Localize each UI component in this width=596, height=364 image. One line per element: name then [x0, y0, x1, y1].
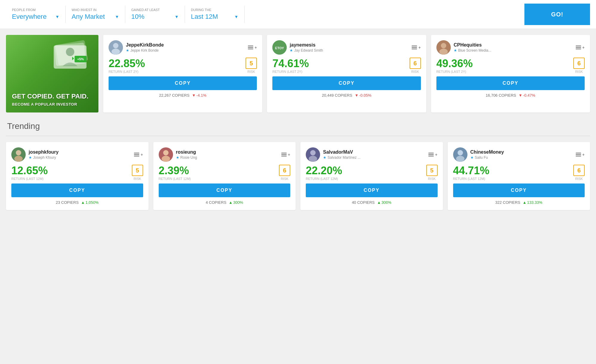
filter-invest[interactable]: WHO INVEST IN Any Market ▼ — [66, 6, 125, 23]
arrow-down-icon-cph: ▼ — [518, 93, 522, 98]
people-value: Everywhere — [12, 13, 47, 21]
trader-info-cph: CPHequities ★ Blue Screen Media... — [454, 42, 573, 53]
copiers-change-rosie: ▲ 300% — [229, 200, 243, 205]
copiers-change-joseph: ▲ 1,050% — [81, 200, 99, 205]
copiers-change-jeppe: ▼ -4.1% — [192, 93, 206, 98]
arrow-up-icon-chinese: ▲ — [523, 200, 526, 205]
avatar-salvador — [306, 147, 320, 162]
trending-title: Trending — [6, 121, 590, 131]
plus-icon-salvador: + — [435, 152, 437, 157]
promo-illustration: +5% — [39, 39, 92, 84]
avatar-jeppe — [109, 40, 123, 55]
risk-box-salvador: 5 RISK — [426, 165, 438, 181]
trader-username-salvador: SalvadorMaV — [323, 149, 425, 155]
return-pct-joseph: 12.65% — [11, 165, 48, 176]
svg-point-23 — [309, 156, 317, 162]
avatar-cph — [436, 40, 451, 55]
return-pct-rosie: 2.39% — [159, 165, 191, 176]
copy-button-jay[interactable]: COPY — [272, 76, 421, 90]
arrow-up-icon-salvador: ▲ — [377, 200, 381, 205]
trader-realname-rosie: ★ Rosie Ung — [176, 155, 278, 160]
copiers-change-salvador: ▲ 300% — [377, 200, 391, 205]
filter-bar: PEOPLE FROM Everywhere ▼ WHO INVEST IN A… — [0, 0, 596, 29]
risk-box-rosie: 6 RISK — [279, 165, 290, 181]
filter-during[interactable]: DURING THE Last 12M ▼ — [185, 6, 245, 23]
copiers-row-salvador: 40 COPIERS ▲ 300% — [306, 200, 438, 205]
trader-header-jay: ETOY jaynemesis ★ Jay Edward Smith — [272, 40, 421, 55]
copiers-row-cph: 16,706 COPIERS ▼ -0.47% — [436, 93, 585, 98]
trader-info-salvador: SalvadorMaV ★ Salvador Martínez ... — [323, 149, 425, 160]
copiers-change-jay: ▼ -0.05% — [355, 93, 371, 98]
trending-row: josephkfoury ★ Joseph Kfoury + — [6, 142, 590, 210]
during-label: DURING THE — [191, 8, 238, 12]
trader-realname-cph: ★ Blue Screen Media... — [454, 48, 573, 53]
return-label-jay: RETURN (LAST 2Y) — [272, 70, 309, 73]
svg-point-22 — [310, 150, 316, 155]
risk-box-jay: 6 RISK — [410, 58, 421, 73]
risk-label-jay: RISK — [411, 70, 419, 73]
chevron-down-icon: ▼ — [115, 14, 119, 19]
copy-button-salvador[interactable]: COPY — [306, 183, 438, 197]
svg-point-13 — [441, 43, 446, 48]
filter-people[interactable]: PEOPLE FROM Everywhere ▼ — [6, 6, 66, 23]
trader-username-joseph: josephkfoury — [29, 149, 131, 155]
arrow-down-icon-jay: ▼ — [355, 93, 359, 98]
svg-point-20 — [162, 156, 170, 162]
during-value: Last 12M — [191, 13, 218, 21]
filter-gained[interactable]: GAINED AT LEAST 10% ▼ — [125, 6, 185, 23]
trader-username-jeppe: JeppeKirkBonde — [126, 42, 245, 48]
arrow-up-icon-joseph: ▲ — [81, 200, 85, 205]
copiers-row-joseph: 23 COPIERS ▲ 1,050% — [11, 200, 143, 205]
promo-subtitle: BECOME A POPULAR INVESTOR — [12, 102, 92, 107]
copy-button-joseph[interactable]: COPY — [11, 183, 143, 197]
menu-button-joseph[interactable]: + — [134, 152, 143, 157]
gained-value-wrapper: 10% ▼ — [131, 13, 179, 21]
copy-button-cph[interactable]: COPY — [436, 76, 585, 90]
trader-username-rosie: rosieung — [176, 149, 278, 155]
trader-stats-salvador: 22.20% RETURN (LAST 12M) 5 RISK — [306, 165, 438, 181]
copiers-row-jay: 20,449 COPIERS ▼ -0.05% — [272, 93, 421, 98]
trader-info-joseph: josephkfoury ★ Joseph Kfoury — [29, 149, 131, 160]
menu-button-cph[interactable]: + — [576, 45, 585, 50]
trader-header-salvador: SalvadorMaV ★ Salvador Martínez ... + — [306, 147, 438, 162]
return-label-jeppe: RETURN (LAST 2Y) — [109, 70, 145, 73]
risk-number-chinese: 6 — [573, 165, 585, 176]
trader-username-cph: CPHequities — [454, 42, 573, 48]
invest-value-wrapper: Any Market ▼ — [72, 13, 119, 21]
invest-value: Any Market — [72, 13, 105, 21]
copiers-row-chinese: 322 COPIERS ▲ 133.33% — [453, 200, 585, 205]
copiers-count-joseph: 23 COPIERS — [56, 200, 79, 205]
svg-text:+5%: +5% — [77, 57, 84, 61]
copy-button-chinese[interactable]: COPY — [453, 183, 585, 197]
star-icon: ★ — [126, 48, 129, 53]
copy-button-jeppe[interactable]: COPY — [109, 76, 257, 90]
go-button[interactable]: GO! — [524, 4, 590, 25]
trader-realname-salvador: ★ Salvador Martínez ... — [323, 155, 425, 160]
menu-button-jeppe[interactable]: + — [248, 45, 257, 50]
trader-realname-chinese: ★ Sailu Fu — [470, 155, 573, 160]
copiers-count-salvador: 40 COPIERS — [352, 200, 375, 205]
arrow-down-icon: ▼ — [192, 93, 196, 98]
plus-icon-joseph: + — [140, 152, 143, 157]
during-value-wrapper: Last 12M ▼ — [191, 13, 238, 21]
risk-number-jeppe: 5 — [245, 58, 257, 69]
menu-button-salvador[interactable]: + — [428, 152, 437, 157]
risk-number-joseph: 5 — [132, 165, 143, 176]
trader-realname-jay: ★ Jay Edward Smith — [290, 48, 409, 53]
trader-card-jay: ETOY jaynemesis ★ Jay Edward Smith — [267, 35, 426, 112]
menu-button-chinese[interactable]: + — [576, 152, 585, 157]
risk-label-rosie: RISK — [281, 177, 288, 181]
trader-header-joseph: josephkfoury ★ Joseph Kfoury + — [11, 147, 143, 162]
risk-label-chinese: RISK — [575, 177, 583, 181]
copiers-count-chinese: 322 COPIERS — [495, 200, 520, 205]
promo-text: GET COPIED. GET PAID. BECOME A POPULAR I… — [12, 92, 92, 107]
risk-label-cph: RISK — [575, 70, 583, 73]
risk-number-cph: 6 — [573, 58, 585, 69]
menu-button-jay[interactable]: + — [412, 45, 421, 50]
risk-box-cph: 6 RISK — [573, 58, 585, 73]
avatar-chinese — [453, 147, 467, 162]
copy-button-rosie[interactable]: COPY — [159, 183, 291, 197]
menu-button-rosie[interactable]: + — [281, 152, 290, 157]
promo-banner[interactable]: +5% GET COPIED. GET PAID. BECOME A POPUL… — [6, 35, 98, 112]
avatar-joseph — [11, 147, 26, 162]
